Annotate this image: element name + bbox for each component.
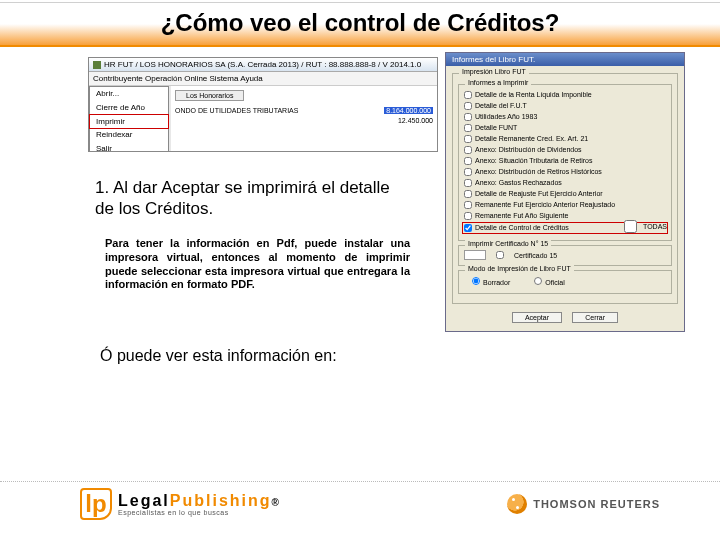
- chk-label: Detalle Remanente Cred. Ex. Art. 21: [475, 134, 588, 144]
- chk-remanente-cred[interactable]: Detalle Remanente Cred. Ex. Art. 21: [464, 134, 666, 144]
- radio-borrador[interactable]: Borrador: [472, 277, 510, 286]
- dialog-informes-fut: Informes del Libro FUT. Impresión Libro …: [445, 52, 685, 332]
- radio-oficial[interactable]: Oficial: [534, 277, 564, 286]
- footer: lp LegalPublishing® Especialistas en lo …: [0, 481, 720, 520]
- menu-salir[interactable]: Salir: [90, 142, 168, 152]
- chk-label: Anexo: Situación Tributaria de Retiros: [475, 156, 593, 166]
- tab-honorarios[interactable]: Los Honorarios: [175, 90, 244, 101]
- tr-brand: THOMSON REUTERS: [533, 498, 660, 510]
- slide-title: ¿Cómo veo el control de Créditos?: [0, 9, 720, 37]
- menu-cierre[interactable]: Cierre de Año: [90, 101, 168, 115]
- step-1-text: 1. Al dar Aceptar se imprimirá el detall…: [95, 177, 395, 220]
- app-titlebar: HR FUT / LOS HONORARIOS SA (S.A. Cerrada…: [89, 58, 437, 72]
- cert-spinner[interactable]: [464, 250, 486, 260]
- group-informes: Informes a Imprimir Detalle de la Renta …: [458, 84, 672, 241]
- title-band: ¿Cómo veo el control de Créditos?: [0, 3, 720, 47]
- chk-label: Anexo: Distribución de Dividendos: [475, 145, 582, 155]
- legend-impresion: Impresión Libro FUT: [459, 68, 529, 75]
- chk-gastos[interactable]: Anexo: Gastos Rechazados: [464, 178, 666, 188]
- chk-cert15-label: Certificado 15: [514, 252, 557, 259]
- chk-funt[interactable]: Detalle FUNT: [464, 123, 666, 133]
- aceptar-button[interactable]: Aceptar: [512, 312, 562, 323]
- chk-retiros-hist[interactable]: Anexo: Distribución de Retiros Histórico…: [464, 167, 666, 177]
- radio-label: Borrador: [483, 279, 510, 286]
- chk-label: Detalle de Reajuste Fut Ejercicio Anteri…: [475, 189, 603, 199]
- chk-label: Anexo: Distribución de Retiros Histórico…: [475, 167, 602, 177]
- radio-label: Oficial: [545, 279, 564, 286]
- menu-abrir[interactable]: Abrir...: [90, 87, 168, 101]
- chk-label: Anexo: Gastos Rechazados: [475, 178, 562, 188]
- cerrar-button[interactable]: Cerrar: [572, 312, 618, 323]
- lp-brand: LegalPublishing®: [118, 493, 281, 509]
- chk-label: Detalle FUNT: [475, 123, 517, 133]
- menu-imprimir[interactable]: Imprimir: [89, 114, 169, 129]
- logo-legalpublishing: lp LegalPublishing® Especialistas en lo …: [80, 488, 281, 520]
- chk-rli[interactable]: Detalle de la Renta Líquida Imponible: [464, 90, 666, 100]
- chk-rem-anterior[interactable]: Remanente Fut Ejercicio Anterior Reajust…: [464, 200, 666, 210]
- app-menubar[interactable]: Contribuyente Operación Online Sistema A…: [89, 72, 437, 86]
- body-title: ONDO DE UTILIDADES TRIBUTARIAS: [175, 107, 298, 114]
- note-pdf: Para tener la información en Pdf, puede …: [105, 237, 410, 292]
- chk-label: Remanente Fut Año Siguiente: [475, 211, 568, 221]
- lp-tagline: Especialistas en lo que buscas: [118, 509, 281, 516]
- chk-label: Utilidades Año 1983: [475, 112, 537, 122]
- menu-reindexar[interactable]: Reindexar: [90, 128, 168, 142]
- chk-fut[interactable]: Detalle del F.U.T: [464, 101, 666, 111]
- chk-dividendos[interactable]: Anexo: Distribución de Dividendos: [464, 145, 666, 155]
- dialog-titlebar: Informes del Libro FUT.: [446, 53, 684, 66]
- chk-retiros[interactable]: Anexo: Situación Tributaria de Retiros: [464, 156, 666, 166]
- chk-label: Remanente Fut Ejercicio Anterior Reajust…: [475, 200, 615, 210]
- or-line: Ó puede ver esta información en:: [100, 347, 337, 365]
- chk-cert15-box[interactable]: [496, 251, 504, 259]
- value-secondary: 12.450.000: [398, 117, 433, 124]
- app-titlebar-text: HR FUT / LOS HONORARIOS SA (S.A. Cerrada…: [104, 60, 421, 69]
- chk-label: TODAS: [643, 223, 667, 230]
- legend-informes: Informes a Imprimir: [465, 79, 531, 86]
- group-certificado: Imprimir Certificado N° 15 Certificado 1…: [458, 245, 672, 266]
- chk-reajuste[interactable]: Detalle de Reajuste Fut Ejercicio Anteri…: [464, 189, 666, 199]
- chk-1983[interactable]: Utilidades Año 1983: [464, 112, 666, 122]
- app-body: Los Honorarios ONDO DE UTILIDADES TRIBUT…: [171, 86, 437, 151]
- chk-label: Detalle de Control de Créditos: [475, 223, 569, 233]
- chk-todas[interactable]: TODAS: [620, 217, 667, 236]
- group-impresion: Impresión Libro FUT Informes a Imprimir …: [452, 73, 678, 304]
- lp-mark-icon: lp: [80, 488, 112, 520]
- chk-label: Detalle del F.U.T: [475, 101, 527, 111]
- app-window: HR FUT / LOS HONORARIOS SA (S.A. Cerrada…: [88, 57, 438, 152]
- logo-thomson-reuters: THOMSON REUTERS: [507, 494, 660, 514]
- app-icon: [93, 61, 101, 69]
- tr-mark-icon: [507, 494, 527, 514]
- value-selected: 8.164.000.000: [384, 107, 433, 114]
- group-modo: Modo de Impresión de Libro FUT Borrador …: [458, 270, 672, 294]
- legend-modo: Modo de Impresión de Libro FUT: [465, 265, 574, 272]
- chk-label: Detalle de la Renta Líquida Imponible: [475, 90, 592, 100]
- menu-dropdown: Abrir... Cierre de Año Imprimir Reindexa…: [89, 86, 169, 152]
- legend-cert: Imprimir Certificado N° 15: [465, 240, 551, 247]
